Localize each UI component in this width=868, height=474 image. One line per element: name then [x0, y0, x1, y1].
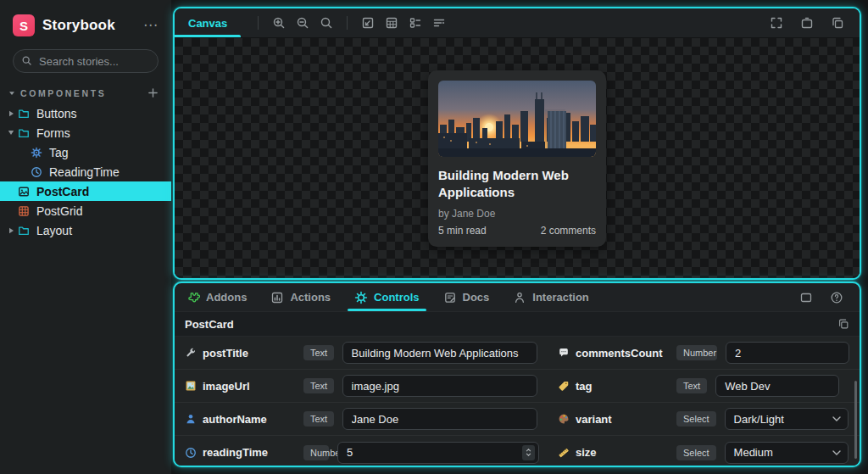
zoom-out-icon[interactable]	[291, 11, 314, 35]
authorname-input[interactable]	[342, 408, 538, 430]
measure-lines-icon[interactable]	[427, 11, 451, 35]
open-new-window-icon[interactable]	[795, 11, 819, 35]
panel-actions	[795, 287, 848, 309]
control-label: imageUrl	[185, 380, 303, 393]
tree-item-label: Forms	[36, 127, 70, 139]
folder-icon	[17, 224, 31, 237]
sidebar-item-postcard[interactable]: PostCard	[0, 181, 171, 201]
control-name: imageUrl	[203, 380, 250, 393]
sidebar-item-buttons[interactable]: Buttons	[0, 103, 171, 123]
number-stepper[interactable]	[522, 445, 535, 460]
control-row-size: size Select Medium	[549, 436, 861, 467]
gear-icon	[354, 291, 368, 304]
addons-tabs-row: Addons Actions Controls Docs	[175, 283, 860, 312]
caret-right-icon[interactable]	[5, 110, 17, 117]
tab-label: Addons	[206, 291, 247, 304]
readingtime-input[interactable]	[337, 442, 539, 464]
image-icon	[17, 185, 31, 198]
control-row-posttitle: postTitle Text	[175, 337, 549, 370]
postcard-comments: 2 comments	[541, 225, 596, 237]
sidebar-item-forms[interactable]: Forms	[0, 123, 171, 142]
background-image-icon[interactable]	[356, 11, 380, 35]
palette-icon	[558, 413, 570, 425]
tab-actions[interactable]: Actions	[270, 283, 331, 311]
zoom-reset-icon[interactable]	[314, 11, 338, 35]
control-row-authorname: authorName Text	[175, 403, 549, 436]
size-select[interactable]: Medium	[725, 442, 849, 464]
grid-icon	[17, 204, 31, 218]
control-name: variant	[576, 413, 612, 426]
imageurl-input[interactable]	[342, 375, 538, 397]
sidebar-item-tag[interactable]: Tag	[0, 142, 171, 162]
number-field	[726, 342, 849, 364]
postcard-reading-time: 5 min read	[438, 225, 487, 237]
control-row-tag: tag Text	[549, 370, 861, 403]
chevron-down-icon	[832, 416, 841, 421]
outline-toggle-icon[interactable]	[403, 11, 427, 35]
sidebar-item-readingtime[interactable]: ReadingTime	[0, 162, 171, 181]
tab-addons[interactable]: Addons	[186, 283, 247, 311]
variant-select[interactable]: Dark/Light	[725, 408, 849, 430]
brand-title: Storybook	[42, 17, 134, 34]
size-select-value: Medium	[734, 446, 773, 459]
clock-icon	[185, 447, 197, 459]
panel-position-icon[interactable]	[795, 287, 817, 309]
sidebar-item-postgrid[interactable]: PostGrid	[0, 201, 171, 220]
search-icon	[21, 55, 32, 66]
clock-icon	[30, 165, 43, 179]
control-label: variant	[558, 413, 676, 426]
tab-canvas[interactable]: Canvas	[175, 8, 249, 37]
puzzle-icon	[186, 291, 200, 304]
canvas-toolbar: Canvas	[175, 8, 860, 38]
sidebar-menu-dots-icon[interactable]: ⋯	[142, 20, 159, 31]
tab-label: Controls	[374, 291, 419, 304]
grid-toggle-icon[interactable]	[380, 11, 403, 35]
section-caret-down-icon[interactable]	[8, 90, 15, 97]
canvas-frame: Canvas	[173, 7, 861, 280]
postcard-author: by Jane Doe	[438, 208, 596, 220]
caret-right-icon[interactable]	[5, 227, 17, 234]
tree-item-label: Buttons	[36, 108, 76, 120]
fullscreen-icon[interactable]	[765, 11, 788, 35]
toolbar-divider	[347, 16, 348, 30]
copy-controls-icon[interactable]	[837, 318, 849, 330]
tab-docs[interactable]: Docs	[443, 283, 490, 311]
commentscount-input[interactable]	[726, 342, 849, 364]
type-badge: Select	[676, 411, 716, 427]
tab-interaction[interactable]: Interaction	[513, 283, 588, 311]
chevron-down-icon	[832, 450, 841, 455]
type-badge: Number	[676, 345, 717, 360]
control-label: postTitle	[185, 347, 303, 360]
sidebar-item-layout[interactable]: Layout	[0, 220, 171, 240]
panel-scrollbar[interactable]	[854, 381, 857, 459]
variant-select-value: Dark/Light	[734, 413, 784, 426]
control-row-variant: variant Select Dark/Light	[549, 403, 861, 436]
search-input[interactable]	[13, 49, 159, 73]
tab-controls[interactable]: Controls	[354, 283, 419, 311]
posttitle-input[interactable]	[342, 342, 538, 364]
tab-label: Actions	[290, 291, 331, 304]
framed-picture-icon	[185, 380, 197, 392]
type-badge: Number	[303, 445, 329, 460]
control-name: postTitle	[203, 347, 248, 360]
control-name: tag	[576, 380, 593, 393]
type-badge: Text	[303, 411, 334, 427]
story-preview-area: Building Modern Web Applications by Jane…	[175, 38, 860, 279]
help-question-icon[interactable]	[826, 287, 848, 309]
caret-down-icon[interactable]	[5, 130, 17, 136]
control-name: commentsCount	[576, 347, 663, 360]
bar-chart-icon	[270, 291, 284, 304]
add-story-plus-icon[interactable]	[147, 87, 159, 98]
component-tree: Buttons Forms Tag	[0, 103, 171, 240]
components-section-header: COMPONENTS	[8, 87, 159, 98]
person-icon	[513, 291, 526, 304]
zoom-in-icon[interactable]	[267, 11, 291, 35]
type-badge: Text	[303, 345, 334, 360]
number-field	[337, 442, 539, 464]
copy-link-icon[interactable]	[826, 11, 849, 35]
tag-input[interactable]	[715, 375, 839, 397]
control-label: commentsCount	[558, 347, 676, 360]
ruler-icon	[558, 447, 570, 459]
folder-icon	[17, 126, 31, 140]
wrench-icon	[185, 347, 197, 359]
